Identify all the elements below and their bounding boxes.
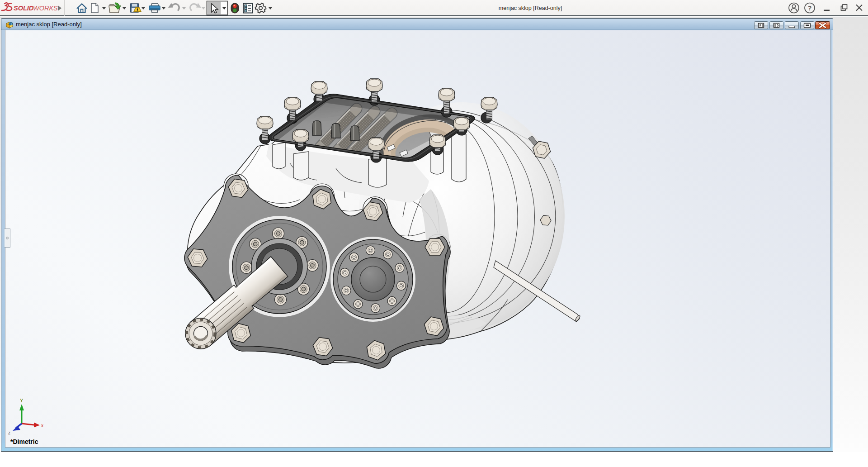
svg-text:*Dimetric: *Dimetric — [10, 438, 38, 445]
svg-text:?: ? — [808, 5, 812, 12]
svg-text:z: z — [8, 430, 10, 435]
svg-text:x: x — [41, 423, 43, 428]
svg-text:Y: Y — [20, 398, 24, 403]
